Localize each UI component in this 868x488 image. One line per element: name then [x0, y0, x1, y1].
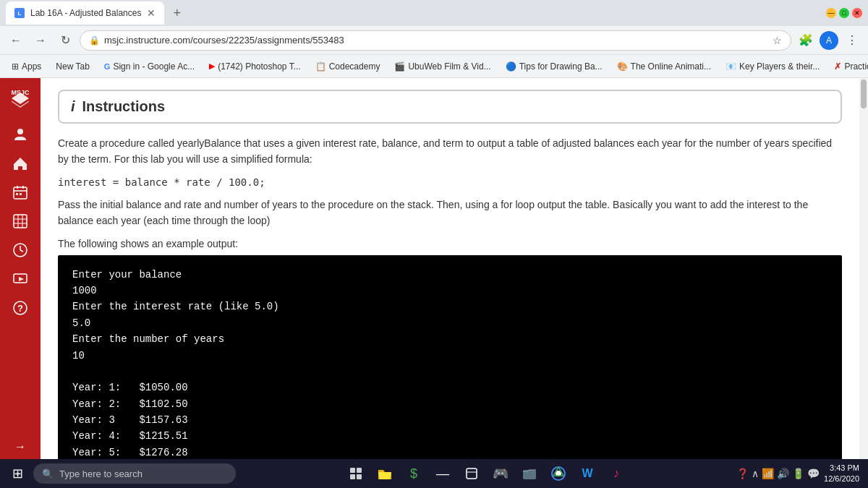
taskbar-right: ❓ ∧ 📶 🔊 🔋 💬 3:43 PM 12/6/2020 [736, 463, 865, 485]
search-icon: 🔍 [42, 468, 54, 479]
more-menu-button[interactable]: ⋮ [842, 30, 862, 51]
bookmark-apps[interactable]: ⊞ Apps [6, 60, 47, 73]
taskbar-app-box[interactable] [459, 461, 485, 487]
bookmark-newtab[interactable]: New Tab [50, 60, 95, 73]
extensions-button[interactable]: 🧩 [796, 30, 816, 51]
sidebar-icon-home[interactable] [7, 150, 33, 176]
address-bar[interactable]: 🔒 msjc.instructure.com/courses/22235/ass… [80, 30, 791, 51]
content-area[interactable]: i Instructions Create a procedure called… [41, 78, 859, 459]
refresh-button[interactable]: ↻ [55, 30, 75, 51]
bookmark-newtab-label: New Tab [56, 61, 89, 72]
taskbar-datetime[interactable]: 3:43 PM 12/6/2020 [824, 463, 859, 485]
taskbar-app-taskview[interactable] [343, 461, 369, 487]
close-button[interactable]: ✕ [852, 8, 862, 18]
bookmark-codecademy[interactable]: 📋 Codecademy [310, 60, 386, 73]
svg-marker-18 [19, 277, 24, 281]
tips-icon: 🔵 [506, 61, 516, 72]
google-icon: G [104, 62, 111, 71]
bookmarks-bar: ⊞ Apps New Tab G Sign in - Google Ac... … [0, 55, 868, 78]
bookmark-practice-tools[interactable]: ✗ Practice Tools for A... [828, 60, 868, 73]
bookmark-ubuweb[interactable]: 🎬 UbuWeb Film & Vid... [388, 60, 496, 73]
svg-line-16 [20, 250, 23, 252]
minimize-button[interactable]: — [826, 8, 836, 18]
browser-tab[interactable]: L Lab 16A - Adjusted Balances ✕ [6, 1, 164, 25]
paragraph-1: Create a procedure called yearlyBalance … [58, 135, 842, 168]
taskbar: ⊞ 🔍 Type here to search $ — [0, 459, 868, 488]
maximize-button[interactable]: □ [839, 8, 849, 18]
taskbar-network-icon[interactable]: 📶 [762, 468, 774, 479]
bookmark-tips[interactable]: 🔵 Tips for Drawing Ba... [500, 60, 608, 73]
terminal-output: Enter your balance 1000 Enter the intere… [58, 255, 842, 459]
terminal-line-year4: Year: 4: $1215.51 [72, 428, 827, 444]
tab-title: Lab 16A - Adjusted Balances [30, 8, 141, 18]
start-button[interactable]: ⊞ [3, 461, 32, 487]
profile-button[interactable]: A [819, 30, 839, 51]
sidebar-icon-profile[interactable] [7, 121, 33, 147]
terminal-line-4: Enter the number of years [72, 331, 827, 347]
sidebar-expand-arrow[interactable]: → [14, 440, 26, 453]
bookmark-star-icon[interactable]: ☆ [773, 35, 782, 46]
formula-line: interest = balance * rate / 100.0; [58, 176, 842, 188]
sidebar-icon-clock[interactable] [7, 237, 33, 263]
example-label: The following shows an example output: [58, 238, 842, 249]
taskbar-date-display: 12/6/2020 [824, 474, 859, 484]
bookmark-codecademy-label: Codecademy [329, 61, 380, 72]
terminal-line-year2: Year: 2: $1102.50 [72, 396, 827, 412]
svg-rect-9 [14, 215, 27, 228]
sidebar-icon-media[interactable] [7, 266, 33, 292]
sidebar-icon-grades[interactable] [7, 208, 33, 234]
toolbar-icons: 🧩 A ⋮ [796, 30, 862, 51]
apps-icon: ⊞ [12, 61, 19, 72]
taskbar-app-game[interactable]: 🎮 [488, 461, 514, 487]
taskbar-app-dollar[interactable]: $ [401, 461, 427, 487]
codecademy-icon: 📋 [315, 61, 326, 72]
taskbar-time-display: 3:43 PM [824, 463, 859, 474]
bookmark-photoshop[interactable]: ▶ (1742) Photoshop T... [203, 60, 307, 73]
instructions-header: i Instructions [58, 90, 842, 124]
ubuweb-icon: 🎬 [394, 61, 405, 72]
info-icon: i [71, 98, 75, 115]
back-button[interactable]: ← [6, 30, 26, 51]
taskbar-app-minus[interactable]: — [430, 461, 456, 487]
taskbar-search[interactable]: 🔍 Type here to search [33, 463, 236, 484]
scrollbar-thumb[interactable] [861, 80, 867, 108]
taskbar-apps: $ — 🎮 W ♪ [237, 461, 735, 487]
instructions-title: Instructions [82, 98, 165, 115]
taskbar-app-music[interactable]: ♪ [603, 461, 629, 487]
svg-rect-23 [350, 474, 355, 479]
taskbar-app-files[interactable] [372, 461, 398, 487]
key-players-icon: 📧 [726, 61, 736, 72]
taskbar-app-word[interactable]: W [574, 461, 600, 487]
taskbar-battery-icon[interactable]: 🔋 [792, 468, 804, 479]
new-tab-button[interactable]: + [173, 6, 181, 21]
bookmark-photoshop-label: (1742) Photoshop T... [218, 61, 301, 72]
sidebar-icon-calendar[interactable] [7, 179, 33, 205]
lock-icon: 🔒 [89, 35, 100, 46]
profile-avatar: A [820, 31, 838, 50]
bookmark-google-signin[interactable]: G Sign in - Google Ac... [98, 60, 200, 73]
terminal-line-5: 10 [72, 348, 827, 364]
tab-favicon: L [14, 8, 25, 18]
svg-rect-25 [467, 468, 477, 479]
terminal-line-blank [72, 364, 827, 380]
taskbar-volume-icon[interactable]: 🔊 [777, 468, 789, 479]
scrollbar-track[interactable] [859, 78, 868, 459]
terminal-line-3: 5.0 [72, 315, 827, 331]
browser-titlebar: L Lab 16A - Adjusted Balances ✕ + — □ ✕ [0, 0, 868, 26]
bookmark-practice-tools-label: Practice Tools for A... [844, 61, 868, 72]
taskbar-app-folder[interactable] [516, 461, 542, 487]
terminal-line-year1: Year: 1: $1050.00 [72, 380, 827, 395]
sidebar-icon-help[interactable]: ? [7, 295, 33, 321]
taskbar-app-chrome[interactable] [545, 461, 571, 487]
taskbar-message-icon[interactable]: 💬 [807, 468, 820, 479]
bookmark-tips-label: Tips for Drawing Ba... [519, 61, 603, 72]
bookmark-online-animati[interactable]: 🎨 The Online Animati... [611, 60, 717, 73]
apps-label: Apps [22, 61, 41, 72]
bookmark-key-players[interactable]: 📧 Key Players & their... [720, 60, 825, 73]
main-layout: MSJC [0, 78, 868, 459]
taskbar-help-icon[interactable]: ❓ [736, 468, 749, 479]
sidebar-logo[interactable]: MSJC [6, 84, 35, 113]
taskbar-up-icon[interactable]: ∧ [752, 468, 759, 479]
tab-close-btn[interactable]: ✕ [147, 7, 156, 19]
forward-button[interactable]: → [30, 30, 51, 51]
